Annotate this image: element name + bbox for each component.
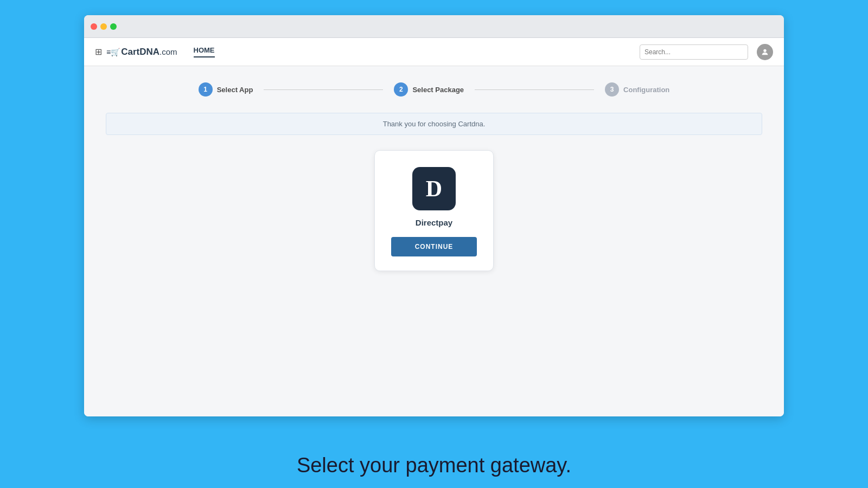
maximize-dot[interactable] xyxy=(110,23,117,30)
logo-com: .com xyxy=(159,47,177,56)
svg-point-0 xyxy=(763,49,766,52)
user-avatar[interactable] xyxy=(757,44,773,60)
stepper: 1 Select App 2 Select Package 3 Configur… xyxy=(106,82,762,97)
grid-icon[interactable]: ⊞ xyxy=(95,47,102,57)
step-3-circle: 3 xyxy=(605,82,619,97)
step-3: 3 Configuration xyxy=(605,82,669,97)
caption-text: Select your payment gateway. xyxy=(297,454,571,477)
logo-text: CartDNA xyxy=(121,47,159,57)
navbar: ⊞ ≡🛒 CartDNA .com HOME xyxy=(84,38,784,66)
main-content: 1 Select App 2 Select Package 3 Configur… xyxy=(84,66,784,416)
logo: ≡🛒 CartDNA .com xyxy=(106,47,177,57)
search-input[interactable] xyxy=(640,44,748,60)
step-2-label: Select Package xyxy=(412,86,464,94)
card-container: D Directpay CONTINUE xyxy=(106,150,762,271)
thank-you-banner: Thank you for choosing Cartdna. xyxy=(106,113,762,135)
app-name: Directpay xyxy=(416,218,452,227)
close-dot[interactable] xyxy=(91,23,97,30)
app-logo-letter: D xyxy=(426,176,442,202)
step-3-label: Configuration xyxy=(623,86,669,94)
browser-chrome xyxy=(84,15,784,38)
step-1: 1 Select App xyxy=(199,82,253,97)
step-2: 2 Select Package xyxy=(394,82,464,97)
browser-window: ⊞ ≡🛒 CartDNA .com HOME 1 Select xyxy=(84,15,784,416)
logo-symbol: ≡🛒 xyxy=(106,48,120,56)
step-2-circle: 2 xyxy=(394,82,408,97)
nav-right xyxy=(640,44,773,60)
home-nav-link[interactable]: HOME xyxy=(194,46,215,57)
app-logo: D xyxy=(412,167,456,210)
step-connector-2 xyxy=(475,89,594,90)
step-1-label: Select App xyxy=(217,86,253,94)
continue-button[interactable]: CONTINUE xyxy=(391,237,477,256)
app-card: D Directpay CONTINUE xyxy=(374,150,494,271)
step-1-circle: 1 xyxy=(199,82,213,97)
minimize-dot[interactable] xyxy=(100,23,107,30)
window-controls xyxy=(91,23,117,30)
bottom-caption: Select your payment gateway. xyxy=(297,443,571,488)
thank-you-text: Thank you for choosing Cartdna. xyxy=(383,120,486,128)
step-connector-1 xyxy=(264,89,383,90)
